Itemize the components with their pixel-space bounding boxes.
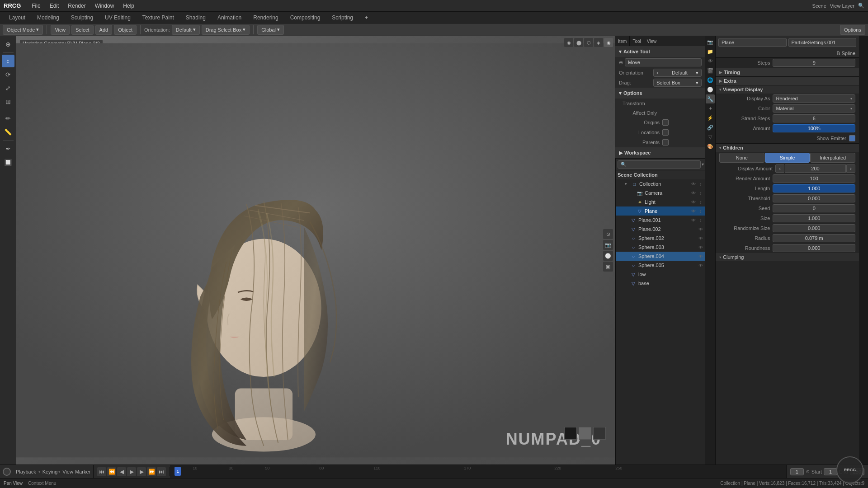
outliner-item-sphere002[interactable]: ○ Sphere.002 👁 — [616, 234, 706, 243]
prop-tab-modifier[interactable]: 🔧 — [706, 94, 715, 103]
outliner-item-base[interactable]: ▽ base — [616, 279, 706, 288]
orientation-dropdown[interactable]: Default ▾ — [172, 25, 200, 35]
scale-tool[interactable]: ⤢ — [2, 82, 14, 94]
children-simple-btn[interactable]: Simple — [765, 153, 810, 163]
current-frame-marker[interactable]: 1 — [175, 467, 181, 476]
swatch-black[interactable] — [564, 427, 577, 440]
radius-val[interactable]: 0.079 m — [773, 234, 855, 242]
viewport[interactable]: RRCG 人人素材 RRCG 人人素材 RRCG 人人素材 Updating G… — [16, 36, 615, 465]
prop-tab-data[interactable]: ▽ — [706, 132, 715, 141]
plane-vis-eye[interactable]: 👁 — [690, 208, 697, 214]
prop-tab-material[interactable]: 🎨 — [706, 142, 715, 151]
plane001-vis-sel[interactable]: ↕ — [698, 217, 704, 223]
select-btn[interactable]: Select — [71, 25, 94, 35]
tab-add[interactable]: + — [359, 13, 373, 22]
threshold-val[interactable]: 0.000 — [773, 194, 855, 202]
tab-animation[interactable]: Animation — [212, 13, 247, 22]
draw-tool[interactable]: ✒ — [2, 142, 14, 155]
outliner-item-plane001[interactable]: ▽ Plane.001 👁 ↕ — [616, 216, 706, 225]
render-amount-val[interactable]: 100 — [773, 174, 855, 183]
viewport-rendered-icon[interactable]: ◉ — [604, 38, 613, 47]
outliner-item-sphere004[interactable]: ○ Sphere.004 👁 — [616, 252, 706, 261]
viewport-wire-icon[interactable]: ⬡ — [584, 38, 593, 47]
tab-uv-editing[interactable]: UV Editing — [99, 13, 136, 22]
color-select[interactable]: Material ▾ — [773, 104, 855, 113]
prop-tab-view[interactable]: 👁 — [706, 56, 715, 66]
locations-checkbox[interactable] — [662, 129, 669, 136]
viewport-display-section[interactable]: ▾ Viewport Display — [716, 85, 859, 94]
sphere004-vis-eye[interactable]: 👁 — [698, 253, 704, 259]
measure-tool[interactable]: 📏 — [2, 126, 14, 138]
timeline-track[interactable]: 1 10 30 50 80 110 170 220 250 1 — [170, 465, 786, 478]
tab-sculpting[interactable]: Sculpting — [66, 13, 99, 22]
drag-value-at[interactable]: Select Box ▾ — [653, 79, 702, 87]
outliner-filter[interactable]: ▾ — [702, 162, 704, 167]
viewport-icon-4[interactable]: ▣ — [603, 262, 613, 272]
light-vis-eye[interactable]: 👁 — [690, 199, 697, 205]
tab-layout[interactable]: Layout — [4, 13, 31, 22]
seed-val[interactable]: 0 — [773, 204, 855, 212]
menu-help[interactable]: Help — [119, 2, 138, 10]
display-amount-val[interactable]: 200 — [785, 164, 846, 173]
sphere003-vis-eye[interactable]: 👁 — [698, 244, 704, 250]
extra-section[interactable]: ▶ Extra — [716, 76, 859, 85]
next-keyframe-btn[interactable]: ⏩ — [147, 467, 156, 476]
show-emitter-checkbox[interactable] — [849, 135, 855, 141]
menu-file[interactable]: File — [28, 2, 44, 10]
viewport-solid-icon[interactable]: ⬤ — [574, 38, 583, 47]
timeline-marker-btn[interactable] — [3, 468, 11, 476]
obj-selector-right[interactable]: ParticleSettings.001 — [788, 38, 857, 47]
timing-section[interactable]: ▶ Timing — [716, 68, 859, 76]
display-amount-decr[interactable]: ‹ — [775, 164, 784, 173]
display-amount-incr[interactable]: › — [846, 164, 855, 173]
options-btn[interactable]: Options — [840, 25, 865, 35]
viewport-icon-2[interactable]: 📷 — [603, 240, 613, 250]
viewport-material-icon[interactable]: ◈ — [594, 38, 603, 47]
drag-btn[interactable]: Drag Select Box ▾ — [202, 25, 250, 35]
timeline-view-label[interactable]: View — [62, 469, 73, 474]
strand-steps-val[interactable]: 6 — [773, 114, 855, 122]
prop-tab-particles[interactable]: ✦ — [706, 104, 715, 113]
camera-vis-select[interactable]: ↕ — [698, 190, 704, 196]
collection-vis-select[interactable]: ↕ — [698, 181, 704, 187]
menu-edit[interactable]: Edit — [46, 2, 63, 10]
children-section[interactable]: ▾ Children — [716, 143, 859, 152]
tab-scripting[interactable]: Scripting — [326, 13, 359, 22]
outliner-item-low[interactable]: ▽ low — [616, 270, 706, 279]
viewport-render-icon[interactable]: ◉ — [564, 38, 573, 47]
obj-selector-left[interactable]: Plane — [718, 38, 787, 47]
object-btn[interactable]: Object — [114, 25, 137, 35]
prop-tab-object[interactable]: ⚪ — [706, 85, 715, 94]
rotate-tool[interactable]: ⟳ — [2, 68, 14, 81]
prop-tab-scene[interactable]: 🎬 — [706, 66, 715, 75]
swatch-gray[interactable] — [579, 427, 591, 440]
move-tool-btn[interactable]: Move — [625, 58, 702, 66]
viewport-icon-1[interactable]: ⊙ — [603, 229, 613, 239]
viewport-icon-3[interactable]: ⚪ — [603, 251, 613, 261]
origins-checkbox[interactable] — [662, 119, 669, 126]
view-btn[interactable]: View — [51, 25, 70, 35]
step-back-btn[interactable]: ◀ — [117, 467, 126, 476]
item-tab[interactable]: Item — [615, 36, 630, 46]
swatch-dark[interactable] — [593, 427, 606, 440]
jump-end-btn[interactable]: ⏭ — [157, 467, 166, 476]
outliner-item-sphere003[interactable]: ○ Sphere.003 👁 — [616, 243, 706, 252]
view-panel-tab[interactable]: View — [644, 36, 660, 46]
collection-vis-eye[interactable]: 👁 — [690, 181, 697, 187]
sphere005-vis-eye[interactable]: 👁 — [698, 262, 704, 268]
prop-tab-constraints[interactable]: 🔗 — [706, 123, 715, 132]
size-val[interactable]: 1.000 — [773, 214, 855, 222]
transform-tool[interactable]: ⊞ — [2, 95, 14, 108]
add-btn[interactable]: Add — [95, 25, 113, 35]
outliner-item-collection[interactable]: ▾ □ Collection 👁 ↕ — [616, 179, 706, 188]
current-frame-input[interactable]: 1 — [790, 468, 804, 475]
menu-render[interactable]: Render — [64, 2, 89, 10]
display-as-select[interactable]: Rendered ▾ — [773, 94, 855, 103]
light-vis-select[interactable]: ↕ — [698, 199, 704, 205]
workspace-header[interactable]: ▶ Workspace — [615, 147, 705, 158]
tab-modeling[interactable]: Modeling — [32, 13, 65, 22]
annotate-tool[interactable]: ✏ — [2, 112, 14, 125]
outliner-item-light[interactable]: ☀ Light 👁 ↕ — [616, 197, 706, 206]
steps-value[interactable]: 9 — [773, 59, 855, 67]
search-icon[interactable]: 🔍 — [858, 3, 864, 9]
